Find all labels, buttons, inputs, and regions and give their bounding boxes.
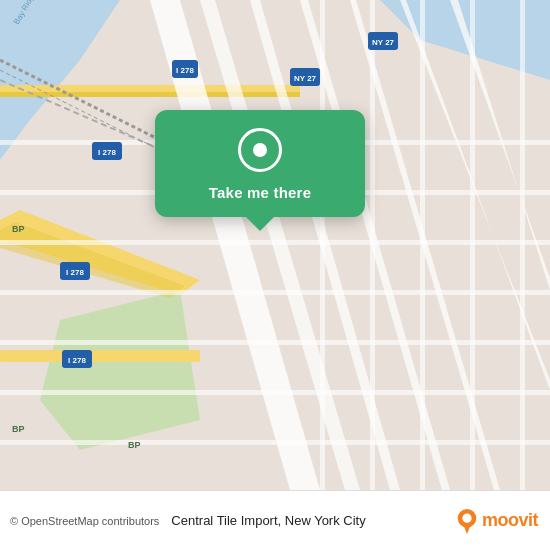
map-svg: I 278 I 278 I 278 I 278 NY 27 NY 27 BP B… [0, 0, 550, 490]
moovit-logo: moovit [456, 508, 538, 534]
svg-text:I 278: I 278 [98, 148, 116, 157]
svg-rect-26 [420, 0, 425, 490]
popup-card[interactable]: Take me there [155, 110, 365, 217]
svg-marker-50 [463, 524, 470, 533]
svg-rect-20 [0, 290, 550, 295]
svg-rect-22 [0, 390, 550, 395]
svg-text:NY 27: NY 27 [372, 38, 395, 47]
svg-rect-27 [470, 0, 475, 490]
moovit-pin-icon [456, 508, 478, 534]
moovit-text: moovit [482, 510, 538, 531]
svg-rect-25 [370, 0, 375, 490]
svg-rect-19 [0, 240, 550, 245]
svg-text:I 278: I 278 [66, 268, 84, 277]
map-container: I 278 I 278 I 278 I 278 NY 27 NY 27 BP B… [0, 0, 550, 490]
svg-point-49 [462, 513, 471, 522]
location-label: Central Tile Import, New York City [159, 513, 456, 528]
attribution-text: © OpenStreetMap contributors [10, 515, 159, 527]
popup-label[interactable]: Take me there [209, 184, 311, 201]
svg-text:I 278: I 278 [68, 356, 86, 365]
svg-rect-9 [0, 350, 200, 362]
svg-rect-24 [320, 0, 325, 490]
svg-text:BP: BP [12, 224, 25, 234]
svg-rect-21 [0, 340, 550, 345]
svg-rect-28 [520, 0, 525, 490]
svg-text:BP: BP [128, 440, 141, 450]
svg-rect-23 [0, 440, 550, 445]
pin-inner [253, 143, 267, 157]
svg-text:NY 27: NY 27 [294, 74, 317, 83]
svg-text:BP: BP [12, 424, 25, 434]
svg-text:I 278: I 278 [176, 66, 194, 75]
location-pin [238, 128, 282, 172]
bottom-bar: © OpenStreetMap contributors Central Til… [0, 490, 550, 550]
